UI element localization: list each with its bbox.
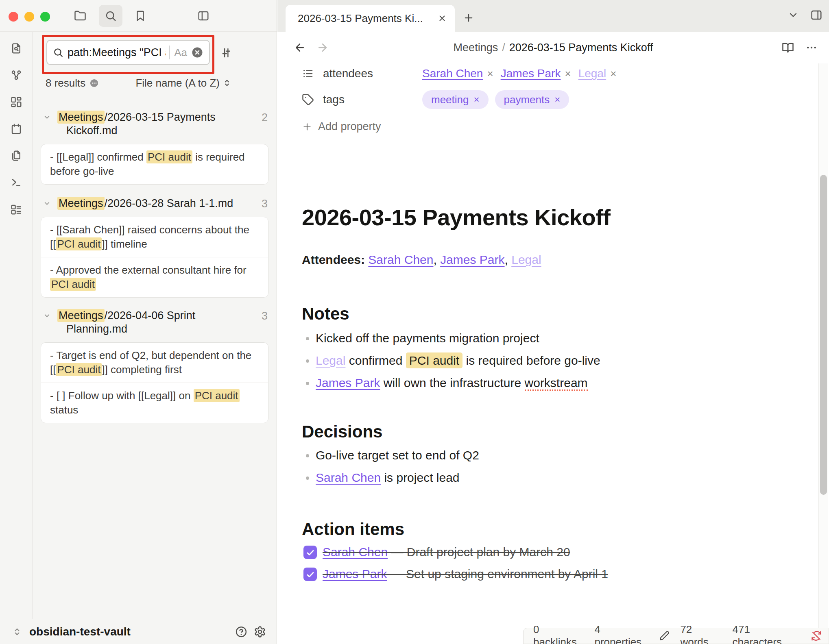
properties-count[interactable]: 4 properties: [595, 623, 649, 644]
internal-link[interactable]: James Park: [440, 253, 504, 266]
list-item: James Park will own the infrastructure w…: [302, 375, 684, 391]
internal-link-unresolved[interactable]: Legal: [511, 253, 541, 266]
action-items-list: Sarah Chen — Draft project plan by March…: [302, 544, 684, 588]
new-tab-button[interactable]: [461, 11, 476, 25]
plus-icon: [463, 12, 474, 24]
match-count-badge: 2: [262, 111, 268, 124]
kanban-ribbon-button[interactable]: [10, 203, 23, 216]
property-key[interactable]: attendees: [323, 67, 422, 80]
bullet-icon: [306, 337, 309, 340]
internal-link[interactable]: James Park: [316, 376, 380, 389]
search-match[interactable]: - [[Sarah Chen]] raised concerns about t…: [41, 217, 268, 257]
window-zoom-button[interactable]: [40, 12, 50, 22]
sync-disabled-icon[interactable]: [811, 630, 822, 642]
property-key[interactable]: tags: [323, 93, 422, 106]
breadcrumb-note-title[interactable]: 2026-03-15 Payments Kickoff: [509, 41, 653, 54]
templates-ribbon-button[interactable]: [10, 149, 23, 162]
character-count[interactable]: 471 characters: [733, 623, 800, 644]
result-file-name: Meetings/2026-03-15 Payments Kickoff.md: [57, 111, 254, 137]
word-count[interactable]: 72 words: [680, 623, 722, 644]
vault-name[interactable]: obsidian-test-vault: [29, 625, 131, 638]
tab-list-dropdown-button[interactable]: [788, 9, 799, 21]
tab-title: 2026-03-15 Payments Ki...: [298, 12, 437, 25]
internal-link[interactable]: Sarah Chen: [323, 545, 388, 559]
collapse-right-sidebar-button[interactable]: [810, 9, 822, 21]
clear-search-button[interactable]: [191, 46, 203, 59]
match-count-badge: 3: [262, 309, 268, 323]
daily-note-ribbon-button[interactable]: [10, 122, 23, 135]
list-item: Sarah Chen is project lead: [302, 470, 684, 486]
tag-pill[interactable]: payments×: [495, 90, 569, 109]
chevron-down-icon: [43, 200, 51, 207]
search-match[interactable]: - [ ] Follow up with [[Legal]] on PCI au…: [41, 383, 268, 423]
result-group-header[interactable]: Meetings/2026-03-28 Sarah 1-1.md 3: [41, 197, 268, 210]
results-count: 8 results: [46, 77, 85, 89]
add-property-button[interactable]: Add property: [302, 120, 381, 133]
bullet-icon: [306, 382, 309, 385]
match-case-toggle[interactable]: Aa: [174, 46, 187, 59]
settings-button[interactable]: [253, 625, 266, 638]
remove-value-icon[interactable]: ×: [487, 67, 493, 80]
tab-active[interactable]: 2026-03-15 Payments Ki...: [286, 5, 455, 32]
remove-tag-icon[interactable]: ×: [474, 94, 480, 105]
list-icon: [302, 67, 314, 80]
task-item: Sarah Chen — Draft project plan by March…: [302, 544, 684, 560]
reading-view-toggle-button[interactable]: [782, 41, 794, 54]
editor-scrollbar[interactable]: [818, 63, 828, 628]
graph-view-ribbon-button[interactable]: [10, 69, 23, 82]
property-link-value[interactable]: Sarah Chen: [422, 67, 483, 80]
list-item: Legal confirmed PCI audit is required be…: [302, 352, 684, 369]
file-explorer-tab-button[interactable]: [68, 5, 92, 27]
plus-icon: [302, 122, 312, 132]
remove-tag-icon[interactable]: ×: [554, 94, 560, 105]
more-options-button[interactable]: [805, 41, 818, 54]
checkbox-checked[interactable]: [303, 546, 317, 559]
remove-value-icon[interactable]: ×: [610, 67, 616, 80]
result-file-name: Meetings/2026-04-06 Sprint Planning.md: [57, 309, 254, 336]
search-match[interactable]: - Approved the external consultant hire …: [41, 257, 268, 297]
search-settings-button[interactable]: [219, 46, 233, 60]
bookmarks-tab-button[interactable]: [129, 5, 152, 27]
window-close-button[interactable]: [9, 12, 18, 22]
remove-value-icon[interactable]: ×: [565, 67, 571, 80]
tag-icon: [302, 94, 314, 106]
terminal-ribbon-button[interactable]: [10, 176, 23, 189]
collapse-left-sidebar-button[interactable]: [192, 5, 215, 27]
internal-link[interactable]: Sarah Chen: [316, 471, 381, 484]
results-info-icon[interactable]: [89, 78, 99, 88]
main-pane: 2026-03-15 Payments Ki... Meetings/2026-…: [277, 0, 829, 644]
vault-switcher-button[interactable]: [11, 625, 24, 638]
help-button[interactable]: [235, 625, 248, 638]
tag-pill[interactable]: meeting×: [422, 90, 489, 109]
file-search-icon: [10, 42, 22, 54]
gear-icon: [254, 626, 266, 638]
search-icon: [53, 47, 63, 58]
graph-icon: [10, 69, 22, 81]
search-match[interactable]: - Target is end of Q2, but dependent on …: [41, 343, 268, 383]
result-group-header[interactable]: Meetings/2026-03-15 Payments Kickoff.md …: [41, 111, 268, 137]
internal-link-unresolved[interactable]: Legal: [316, 354, 345, 367]
edit-mode-icon[interactable]: [659, 631, 670, 641]
property-link-value-unresolved[interactable]: Legal: [578, 67, 606, 80]
section-heading-notes: Notes: [302, 304, 349, 324]
search-input[interactable]: path:Meetings "PCI audi Aa: [46, 40, 210, 65]
search-tab-button[interactable]: [99, 5, 122, 27]
sort-order-button[interactable]: File name (A to Z): [135, 77, 232, 89]
canvas-ribbon-button[interactable]: [10, 96, 23, 109]
scrollbar-thumb[interactable]: [820, 175, 827, 495]
search-icon: [105, 10, 117, 22]
search-query-text: path:Meetings "PCI audi: [68, 46, 166, 59]
search-in-file-ribbon-button[interactable]: [10, 42, 23, 55]
result-card-stack: - [[Sarah Chen]] raised concerns about t…: [41, 217, 268, 298]
search-match[interactable]: - [[Legal]] confirmed PCI audit is requi…: [41, 144, 268, 184]
result-group-header[interactable]: Meetings/2026-04-06 Sprint Planning.md 3: [41, 309, 268, 336]
property-link-value[interactable]: James Park: [501, 67, 561, 80]
window-minimize-button[interactable]: [24, 12, 34, 22]
internal-link[interactable]: Sarah Chen: [368, 253, 433, 266]
internal-link[interactable]: James Park: [323, 567, 387, 581]
breadcrumb-folder[interactable]: Meetings: [454, 41, 498, 54]
close-tab-button[interactable]: [437, 13, 447, 24]
list-item: Go-live target set to end of Q2: [302, 447, 684, 463]
backlinks-count[interactable]: 0 backlinks: [533, 623, 584, 644]
checkbox-checked[interactable]: [303, 568, 317, 581]
